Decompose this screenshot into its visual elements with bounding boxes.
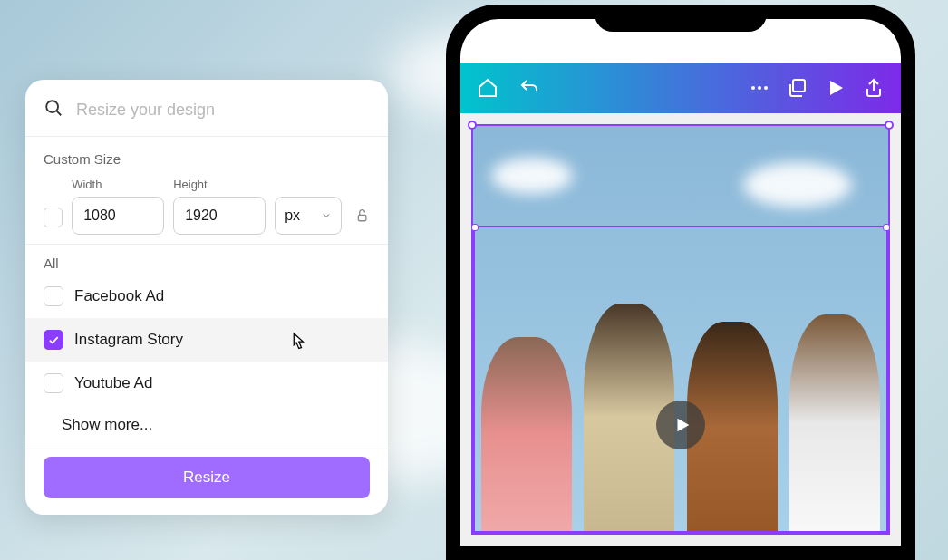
divider (25, 449, 388, 449)
layers-icon[interactable] (787, 77, 808, 99)
phone-mockup (446, 5, 915, 560)
cloud-graphic (491, 158, 573, 194)
person-graphic (789, 314, 880, 531)
search-row (25, 80, 388, 136)
custom-size-label: Custom Size (44, 151, 370, 167)
unit-value: px (285, 208, 300, 224)
all-section: All Facebook Ad Instagram Story Youtube … (25, 245, 388, 449)
share-icon[interactable] (863, 77, 885, 99)
svg-point-0 (46, 101, 58, 112)
chevron-down-icon (321, 210, 332, 221)
resize-handle[interactable] (468, 121, 477, 130)
cloud-graphic (743, 162, 852, 208)
home-icon[interactable] (477, 77, 498, 99)
canvas-area[interactable] (460, 113, 901, 546)
more-icon[interactable] (749, 77, 770, 99)
svg-point-3 (751, 86, 755, 90)
resize-handle[interactable] (471, 224, 479, 231)
phone-screen (460, 19, 901, 546)
play-icon[interactable] (825, 77, 846, 99)
option-label: Youtube Ad (74, 374, 152, 392)
phone-notch (595, 5, 767, 32)
svg-rect-2 (358, 215, 366, 220)
svg-rect-6 (793, 80, 805, 92)
image-selection-frame[interactable] (473, 226, 888, 533)
checkbox[interactable] (44, 286, 63, 306)
option-youtube-ad[interactable]: Youtube Ad (25, 362, 388, 405)
option-facebook-ad[interactable]: Facebook Ad (25, 275, 388, 318)
custom-size-checkbox[interactable] (44, 208, 63, 227)
checkbox[interactable] (44, 373, 63, 393)
svg-line-1 (57, 111, 62, 116)
unit-select[interactable]: px (275, 197, 342, 235)
cursor-pointer-icon (286, 331, 306, 358)
header-right (749, 77, 885, 99)
resize-handle[interactable] (883, 224, 890, 231)
lock-icon[interactable] (354, 206, 370, 226)
custom-size-section: Custom Size Width Height px (25, 137, 388, 244)
checkbox-checked[interactable] (44, 330, 63, 350)
search-icon (44, 98, 63, 121)
header-left (477, 77, 729, 99)
option-label: Instagram Story (74, 331, 183, 349)
svg-point-4 (758, 86, 761, 90)
all-label: All (44, 256, 370, 271)
height-label: Height (173, 178, 266, 191)
resize-panel: Custom Size Width Height px All Facebook… (25, 80, 388, 515)
height-field: Height (173, 178, 266, 235)
design-frame[interactable] (471, 124, 890, 535)
width-input[interactable] (72, 197, 164, 235)
height-input[interactable] (173, 197, 266, 235)
show-more-link[interactable]: Show more... (44, 405, 370, 449)
option-instagram-story[interactable]: Instagram Story (25, 318, 388, 362)
phone-body (446, 5, 915, 560)
person-graphic (481, 337, 572, 531)
option-label: Facebook Ad (74, 287, 164, 305)
app-header (460, 63, 901, 113)
undo-icon[interactable] (518, 77, 540, 99)
search-input[interactable] (76, 101, 370, 120)
resize-handle[interactable] (885, 121, 894, 130)
fields-row: Width Height px (44, 178, 370, 235)
svg-point-5 (764, 86, 768, 90)
width-field: Width (72, 178, 164, 235)
play-overlay-button[interactable] (656, 401, 705, 449)
resize-button[interactable]: Resize (44, 457, 370, 498)
width-label: Width (72, 178, 164, 191)
